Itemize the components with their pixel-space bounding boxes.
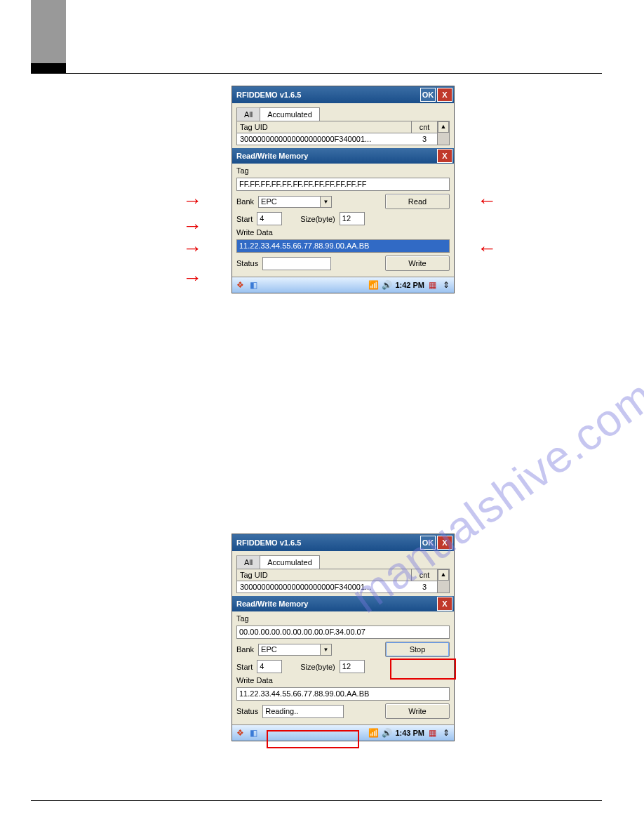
annotation-arrow-tag: → [182,190,202,212]
cell-cnt: 3 [412,133,437,145]
writedata-label: Write Data [236,228,450,237]
bank-label: Bank [236,197,254,206]
cell-cnt: 3 [412,581,437,593]
tag-label: Tag [236,166,450,175]
close-button[interactable]: X [437,88,452,102]
writedata-input[interactable]: 11.22.33.44.55.66.77.88.99.00.AA.BB [236,687,450,701]
window-titlebar: RFIDDEMO v1.6.5 OK X [232,534,454,551]
dialog-title: Read/Write Memory [236,600,436,608]
read-button[interactable]: Read [385,194,450,209]
divider-bottom [31,800,602,801]
annotation-arrow-start: → [182,237,202,260]
dialog-close-button[interactable]: X [437,149,452,163]
tray-icon-3[interactable]: ▦ [427,728,438,739]
window-title: RFIDDEMO v1.6.5 [236,91,419,99]
stop-button[interactable]: Stop [385,642,450,657]
bank-value: EPC [261,645,320,654]
ok-button[interactable]: OK [420,536,436,550]
vertical-scrollbar[interactable]: ▲ [438,121,449,145]
tab-all[interactable]: All [236,107,260,121]
tab-strip: All Accumulated [232,103,454,121]
tray-icon-1[interactable]: 📶 [368,728,379,739]
page-corner-tab [31,0,66,63]
tray-expand-icon[interactable]: ⇕ [441,280,451,291]
divider-top [31,73,602,74]
tag-label: Tag [236,614,450,623]
start-label: Start [236,215,253,223]
annotation-arrow-writedata: → [182,267,202,289]
dialog-close-button[interactable]: X [437,597,452,611]
write-button[interactable]: Write [385,703,450,719]
cell-uid: 3000000000000000000000F340001... [237,133,412,145]
annotation-arrow-tag-right: ← [477,190,497,212]
app-icon[interactable]: ◧ [248,728,259,739]
start-icon[interactable]: ❖ [235,280,246,291]
size-label: Size(byte) [300,663,335,671]
screenshot-2: RFIDDEMO v1.6.5 OK X All Accumulated Tag… [232,534,455,741]
column-cnt[interactable]: cnt [412,569,437,581]
close-button[interactable]: X [437,536,452,550]
start-input[interactable]: 4 [257,212,282,225]
annotation-box-stop [390,658,456,680]
tray-icon-1[interactable]: 📶 [368,280,379,291]
column-cnt[interactable]: cnt [412,121,437,133]
dialog-titlebar: Read/Write Memory X [232,596,454,611]
annotation-arrow-size: ← [477,237,497,260]
tag-table: Tag UID cnt 3000000000000000000000F34000… [236,121,450,145]
start-label: Start [236,663,253,671]
size-input[interactable]: 12 [340,660,365,673]
ok-button[interactable]: OK [420,88,436,102]
bank-select[interactable]: EPC ▼ [258,644,332,656]
chevron-down-icon: ▼ [320,197,331,207]
tag-table: Tag UID cnt 3000000000000000000000F34000… [236,569,450,593]
app-icon[interactable]: ◧ [248,280,259,291]
tab-all[interactable]: All [236,555,260,569]
dialog-title: Read/Write Memory [236,152,436,160]
tag-input[interactable]: FF.FF.FF.FF.FF.FF.FF.FF.FF.FF.FF.FF [236,178,450,191]
start-icon[interactable]: ❖ [235,728,246,739]
tab-accumulated[interactable]: Accumulated [260,107,320,121]
window-titlebar: RFIDDEMO v1.6.5 OK X [232,86,454,103]
tab-strip: All Accumulated [232,551,454,569]
annotation-box-status [267,730,359,748]
status-label: Status [236,259,258,267]
annotation-arrow-bank: → [182,215,202,237]
scroll-up-icon[interactable]: ▲ [438,569,449,581]
table-row[interactable]: 3000000000000000000000F340001... 3 [237,133,437,145]
bank-label: Bank [236,645,254,654]
tag-input[interactable]: 00.00.00.00.00.00.00.00.0F.34.00.07 [236,626,450,639]
column-tag-uid[interactable]: Tag UID [237,569,412,581]
column-tag-uid[interactable]: Tag UID [237,121,412,133]
size-label: Size(byte) [300,215,335,223]
chevron-down-icon: ▼ [320,644,331,655]
status-value: Reading.. [262,705,344,718]
taskbar-clock: 1:43 PM [395,729,424,737]
page-corner-strip [31,63,66,73]
start-input[interactable]: 4 [257,660,282,673]
screenshot-1: RFIDDEMO v1.6.5 OK X All Accumulated Tag… [232,86,455,293]
bank-value: EPC [261,197,320,206]
status-value [262,257,331,270]
vertical-scrollbar[interactable]: ▲ [438,569,449,593]
dialog-titlebar: Read/Write Memory X [232,148,454,164]
writedata-input[interactable]: 11.22.33.44.55.66.77.88.99.00.AA.BB [236,239,450,253]
tray-icon-2[interactable]: 🔊 [382,728,392,739]
cell-uid: 3000000000000000000000F340001... [237,581,412,593]
tray-icon-3[interactable]: ▦ [427,280,438,291]
taskbar: ❖ ◧ 📶 🔊 1:42 PM ▦ ⇕ [232,277,454,293]
status-label: Status [236,707,258,715]
table-row[interactable]: 3000000000000000000000F340001... 3 [237,581,437,593]
tray-icon-2[interactable]: 🔊 [382,280,392,291]
tray-expand-icon[interactable]: ⇕ [441,728,451,739]
window-title: RFIDDEMO v1.6.5 [236,538,419,547]
bank-select[interactable]: EPC ▼ [258,196,332,208]
write-button[interactable]: Write [385,256,450,271]
taskbar-clock: 1:42 PM [395,281,424,289]
tab-accumulated[interactable]: Accumulated [260,555,320,569]
scroll-up-icon[interactable]: ▲ [438,121,449,133]
size-input[interactable]: 12 [340,212,365,225]
